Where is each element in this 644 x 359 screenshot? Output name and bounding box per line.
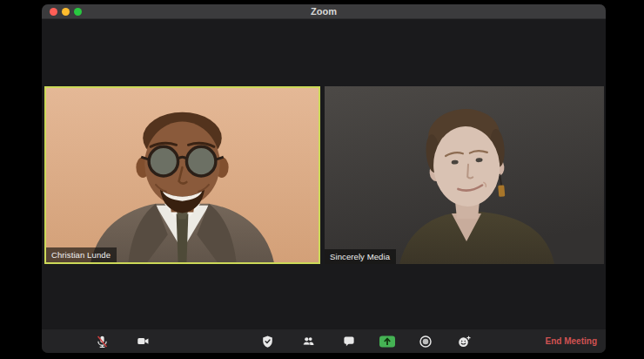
share-screen-button[interactable] — [376, 331, 399, 351]
participant-name-label: Sincerely Media — [325, 249, 396, 265]
reactions-smiley-icon — [457, 335, 472, 349]
reactions-button[interactable] — [453, 331, 475, 351]
video-tile-sincerely-media[interactable]: Sincerely Media — [325, 86, 604, 264]
microphone-muted-icon — [95, 334, 110, 349]
participant-name-label: Christian Lunde — [46, 247, 117, 263]
video-camera-icon — [136, 335, 151, 348]
stop-video-button[interactable] — [131, 331, 154, 351]
record-button[interactable] — [414, 331, 437, 351]
chat-bubble-icon — [342, 335, 356, 348]
desktop-background: Zoom — [0, 0, 644, 359]
chat-button[interactable] — [338, 331, 360, 351]
security-button[interactable] — [256, 331, 278, 351]
zoom-window: Zoom — [42, 4, 606, 353]
meeting-toolbar: End Meeting — [42, 329, 606, 353]
video-gallery: Christian Lunde — [42, 19, 606, 329]
record-icon — [419, 335, 433, 349]
participant-video-woman — [325, 86, 604, 264]
share-screen-icon — [379, 335, 396, 349]
participant-video-man — [46, 88, 319, 262]
mute-button[interactable] — [91, 331, 113, 351]
participants-icon — [301, 335, 316, 348]
window-title: Zoom — [42, 4, 606, 19]
participants-button[interactable] — [297, 331, 319, 351]
video-tile-christian-lunde[interactable]: Christian Lunde — [44, 86, 320, 264]
shield-icon — [261, 335, 274, 349]
end-meeting-button[interactable]: End Meeting — [544, 329, 599, 353]
titlebar[interactable]: Zoom — [42, 4, 606, 19]
